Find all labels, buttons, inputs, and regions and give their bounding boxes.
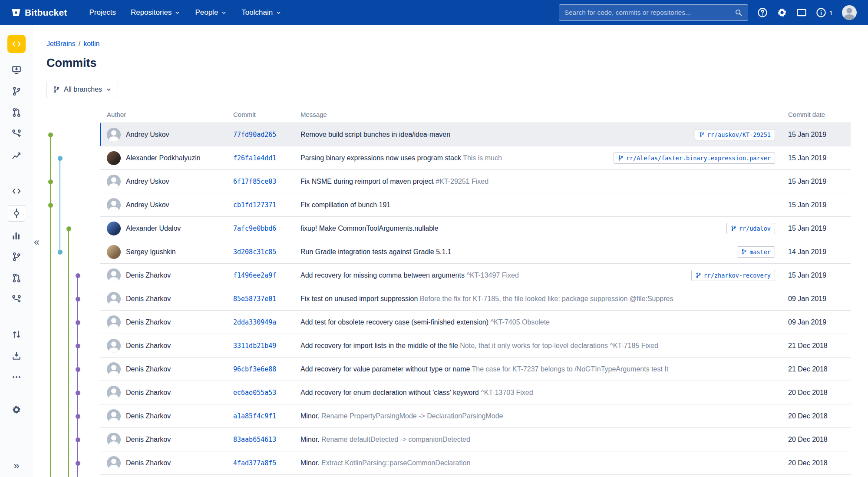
nav-item-people[interactable]: People [188, 0, 234, 25]
sidebar-item-clone[interactable] [8, 63, 25, 77]
expand-sidebar-button[interactable]: » [0, 460, 33, 472]
author-name: Sergey Igushkin [126, 248, 176, 256]
nav-item-toolchain[interactable]: Toolchain [234, 0, 289, 25]
nav-item-label: People [195, 8, 218, 17]
author-avatar [107, 222, 121, 235]
sidebar-item-create-pull-request[interactable] [8, 105, 25, 120]
commit-message-secondary: ^KT-13703 Fixed [479, 389, 533, 396]
commit-date: 15 Jan 2019 [788, 154, 851, 162]
commit-hash-link[interactable]: 7afc9e0bbd6 [233, 225, 276, 232]
commit-message-primary: Run Gradle integration tests against Gra… [300, 248, 452, 255]
sidebar-item-commits[interactable] [8, 205, 25, 222]
author-name: Denis Zharkov [126, 412, 171, 420]
commit-date: 20 Dec 2018 [788, 436, 851, 444]
author-avatar [107, 151, 121, 165]
notification-count: 1 [829, 9, 833, 17]
repo-avatar[interactable] [7, 35, 26, 53]
commit-row: Andrey Uskovcb1fd127371Fix compillation … [100, 193, 851, 217]
commit-hash-link[interactable]: cb1fd127371 [233, 201, 276, 209]
search-input[interactable] [564, 9, 731, 17]
commit-hash-link[interactable]: 85e58737e01 [233, 295, 276, 303]
author-avatar [107, 175, 121, 189]
primary-nav: ProjectsRepositoriesPeopleToolchain [82, 0, 289, 25]
sidebar-item-more[interactable] [8, 370, 25, 384]
sidebar-group [8, 402, 25, 424]
bitbucket-logo[interactable]: Bitbucket [11, 7, 67, 18]
user-avatar[interactable] [842, 5, 857, 20]
commit-message-primary: fixup! Make CommonToolArguments.nullable [300, 225, 438, 232]
branch-filter-label: All branches [64, 86, 102, 93]
commit-message-primary: Fix compillation of bunch 191 [300, 201, 390, 209]
nav-item-repositories[interactable]: Repositories [123, 0, 188, 25]
commit-row: Denis Zharkov96cbf3e6e88Add recovery for… [100, 358, 851, 381]
sidebar-item-create-branch[interactable] [8, 84, 25, 99]
commit-message: Add recovery for value parameter without… [300, 365, 775, 373]
sidebar-item-downloads[interactable] [8, 348, 25, 363]
breadcrumb-repo-link[interactable]: kotlin [83, 40, 99, 47]
sidebar-group [8, 327, 25, 391]
help-icon[interactable] [757, 7, 768, 18]
header-author: Author [100, 111, 233, 118]
collapse-graph-button[interactable]: « [34, 236, 40, 248]
author-name: Denis Zharkov [126, 295, 171, 303]
sidebar-item-source[interactable] [8, 184, 25, 199]
commit-message-primary: Remove build script bunches in idea/idea… [300, 131, 450, 138]
left-sidebar: » [0, 25, 33, 477]
commit-message: Fix NSME during reimport of maven projec… [300, 178, 775, 186]
commit-hash-link[interactable]: 83aab654613 [233, 436, 276, 444]
branch-filter-button[interactable]: All branches [46, 81, 118, 98]
commit-hash-link[interactable]: f1496ee2a9f [233, 272, 276, 279]
branch-label[interactable]: rr/auskov/KT-29251 [695, 129, 775, 140]
commit-date: 21 Dec 2018 [788, 365, 851, 373]
chevron-down-icon [276, 10, 281, 16]
sidebar-item-statistics[interactable] [8, 228, 25, 243]
commit-message-secondary: Before the fix for KT-7185, the file loo… [418, 295, 673, 302]
breadcrumb-project-link[interactable]: JetBrains [46, 40, 76, 47]
sidebar-item-compare[interactable] [8, 126, 25, 141]
chevron-down-icon [175, 10, 180, 16]
author-name: Denis Zharkov [126, 342, 171, 350]
commit-message: Run Gradle integration tests against Gra… [300, 248, 731, 256]
commit-date: 09 Jan 2019 [788, 295, 851, 303]
author-avatar [107, 456, 121, 470]
sidebar-item-builds[interactable] [8, 327, 25, 342]
branch-label[interactable]: rr/udalov [726, 223, 775, 234]
commit-hash-link[interactable]: ec6ae055a53 [233, 389, 276, 397]
nav-item-label: Toolchain [241, 8, 273, 17]
gear-icon[interactable] [777, 7, 787, 18]
sidebar-item-insights[interactable] [8, 148, 25, 162]
author-avatar [107, 292, 121, 306]
sidebar-item-forks[interactable] [8, 292, 25, 307]
search-icon[interactable] [735, 9, 743, 17]
commit-hash-link[interactable]: 6f17f85ce03 [233, 178, 276, 186]
commit-hash-link[interactable]: a1a85f4c9f1 [233, 412, 276, 420]
screen-icon[interactable] [796, 7, 807, 18]
commit-message: Minor. Rename PropertyParsingMode -> Dec… [300, 412, 775, 420]
branch-icon [699, 132, 705, 137]
sidebar-item-settings[interactable] [8, 402, 25, 417]
commit-row: Denis Zharkova1a85f4c9f1Minor. Rename Pr… [100, 404, 851, 428]
commit-hash-link[interactable]: f26fa1e4dd1 [233, 154, 276, 162]
commit-hash-link[interactable]: 77fd90ad265 [233, 131, 276, 139]
commit-hash-link[interactable]: 3311db21b49 [233, 342, 276, 350]
commit-message-secondary: The case for KT-7237 belongs to /NoGTInT… [470, 365, 668, 373]
commit-message-primary: Add recovery for enum declaration withou… [300, 389, 479, 396]
header-commit-date: Commit date [788, 111, 851, 118]
commit-message-secondary: Extract KotlinParsing::parseCommonDeclar… [320, 459, 471, 467]
nav-item-projects[interactable]: Projects [82, 0, 123, 25]
branch-label[interactable]: master [737, 246, 775, 258]
branch-label-text: rr/udalov [739, 225, 771, 232]
sidebar-item-pull-requests[interactable] [8, 271, 25, 285]
commit-message-secondary: Rename PropertyParsingMode -> Declaratio… [320, 412, 503, 420]
branch-label[interactable]: rr/Alefas/faster.binary.expression.parse… [614, 152, 775, 164]
branch-icon [696, 272, 701, 278]
commit-hash-link[interactable]: 96cbf3e6e88 [233, 365, 276, 373]
info-icon[interactable] [816, 7, 826, 18]
commit-hash-link[interactable]: 4fad377a8f5 [233, 459, 276, 467]
author-name: Andrey Uskov [126, 131, 169, 139]
sidebar-item-branches[interactable] [8, 249, 25, 264]
commit-hash-link[interactable]: 2dda330949a [233, 318, 276, 326]
author-avatar [107, 198, 121, 212]
commit-hash-link[interactable]: 3d208c31c85 [233, 248, 276, 256]
branch-label[interactable]: rr/zharkov-recovery [691, 270, 775, 281]
